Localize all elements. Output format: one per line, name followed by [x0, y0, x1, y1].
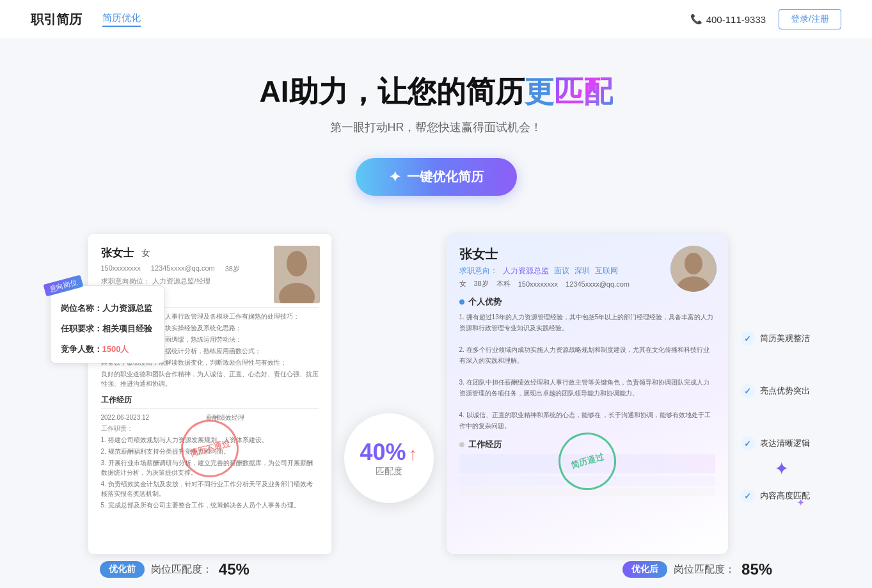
phone-number: 400-111-9333	[706, 14, 766, 25]
dot-icon-1	[459, 299, 464, 305]
section2-label: 工作经历	[468, 439, 502, 450]
nav-logo: 职引简历	[31, 11, 82, 28]
before-badge: 优化前	[100, 561, 145, 578]
job-tag-label: 意向岗位	[43, 275, 83, 297]
hero-title-highlight1: 更	[525, 75, 554, 108]
after-resume-wrapper: 张女士 求职意向： 人力资源总监 面议 深圳 互联网 女 38岁 本科 150x…	[447, 234, 728, 554]
after-section-title-1: 个人优势	[459, 296, 715, 308]
bottom-labels: 优化前 岗位匹配度： 45% 优化后 岗位匹配度： 85%	[0, 554, 872, 588]
section1-content: 1. 拥有超过13年的人力资源管理经验，其中包括5年以上的部门经理经验，具备丰富…	[459, 312, 715, 431]
cta-icon: ✦	[389, 169, 400, 186]
before-label-group: 优化前 岗位匹配度： 45%	[100, 560, 250, 578]
after-section-advantage: 个人优势 1. 拥有超过13年的人力资源管理经验，其中包括5年以上的部门经理经验…	[459, 296, 715, 431]
job-position-label: 岗位名称：	[61, 303, 102, 313]
after-edu: 本科	[496, 279, 511, 289]
match-circle: 40% ↑ 匹配度	[344, 413, 434, 503]
match-label: 匹配度	[376, 466, 402, 477]
after-resume-photo	[670, 246, 717, 292]
checks-panel: ✓ 简历美观整洁 ✓ 亮点优势突出 ✓ 表达清晰逻辑 ✓ 内容高度匹配	[728, 331, 810, 554]
compete-value: 1500人	[102, 344, 129, 354]
check-item-2: ✓ 亮点优势突出	[741, 384, 810, 398]
after-target-2: 面议	[554, 266, 569, 276]
job-compete-line: 竞争人数：1500人	[61, 344, 154, 355]
job-requirement-line: 任职要求：相关项目经验	[61, 323, 154, 335]
check-icon-3: ✓	[741, 436, 755, 450]
before-line6: 良好的职业道德和团队合作精神，为人诚信、正直、心态好、责任心强、抗压性强、推进沟…	[101, 369, 319, 388]
section1-label: 个人优势	[468, 296, 502, 308]
hero-title: AI助力，让您的简历更匹配	[0, 74, 872, 109]
svg-point-1	[287, 251, 307, 276]
before-phone: 150xxxxxxxx	[101, 264, 141, 274]
check-icon-2: ✓	[741, 384, 755, 398]
after-gender: 女	[459, 279, 466, 289]
sparkle-icon-1: ✦	[774, 458, 789, 479]
nav-menu-resume[interactable]: 简历优化	[102, 12, 141, 27]
before-name: 张女士	[101, 246, 134, 260]
hero-title-part1: AI助力，让您的简历	[260, 75, 525, 108]
before-work-section: 工作经历	[101, 395, 319, 409]
navbar: 职引简历 简历优化 📞 400-111-9333 登录/注册	[0, 0, 872, 38]
after-age: 38岁	[474, 279, 489, 289]
after-target-4: 互联网	[595, 266, 618, 276]
after-match-text: 岗位匹配度：	[674, 563, 735, 576]
before-work-line5: 5. 完成总部及所有公司主要整合工作，统筹解决各人员个人事务办理。	[101, 500, 319, 510]
after-match-value: 85%	[741, 560, 772, 578]
dot-icon-2	[459, 442, 464, 447]
after-target-label: 求职意向：	[459, 266, 498, 276]
before-age: 38岁	[225, 264, 240, 274]
hero-section: AI助力，让您的简历更匹配 第一眼打动HR，帮您快速赢得面试机会！ ✦ 一键优化…	[0, 38, 872, 221]
check-icon-1: ✓	[741, 331, 755, 346]
job-tag-bubble: 意向岗位 岗位名称：人力资源总监 任职要求：相关项目经验 竞争人数：1500人	[50, 285, 165, 363]
hero-subtitle: 第一眼打动HR，帮您快速赢得面试机会！	[0, 120, 872, 135]
check-item-1: ✓ 简历美观整洁	[741, 331, 810, 346]
login-button[interactable]: 登录/注册	[779, 9, 841, 29]
check-icon-4: ✓	[741, 489, 755, 503]
nav-left: 职引简历 简历优化	[31, 11, 141, 28]
job-req-value: 相关项目经验	[102, 324, 152, 333]
before-match-text: 岗位匹配度：	[151, 563, 212, 576]
check-label-3: 表达清晰逻辑	[760, 438, 810, 449]
before-resume-card: 张女士 女 150xxxxxxxx 12345xxxx@qq.com 38岁 求…	[88, 234, 331, 554]
match-increase-wrapper: 40% ↑ 匹配度	[331, 413, 447, 554]
after-email: 12345xxxx@qq.com	[566, 280, 630, 288]
phone-icon: 📞	[690, 13, 702, 25]
svg-point-4	[685, 253, 702, 274]
hero-title-highlight2: 匹配	[554, 75, 613, 108]
after-badge: 优化后	[622, 561, 667, 578]
compare-section: 意向岗位 岗位名称：人力资源总监 任职要求：相关项目经验 竞争人数：1500人	[0, 221, 872, 554]
nav-phone: 📞 400-111-9333	[690, 13, 766, 25]
before-email: 12345xxxx@qq.com	[151, 264, 215, 274]
after-target-3: 深圳	[575, 266, 590, 276]
before-work-line4: 4. 负责绩效奖金计划及发放，针对不同行业工作分析天平及业务部门绩效考核落实报名…	[101, 479, 319, 498]
sparkle-icon-2: ✦	[797, 497, 805, 509]
after-phone: 150xxxxxxxx	[518, 280, 558, 288]
arrow-up-icon: ↑	[409, 444, 418, 465]
before-match-value: 45%	[219, 560, 250, 578]
before-resume-photo	[274, 246, 320, 303]
compete-label: 竞争人数：	[61, 344, 102, 354]
after-target-1: 人力资源总监	[503, 266, 549, 276]
job-req-label: 任职要求：	[61, 324, 102, 333]
nav-right: 📞 400-111-9333 登录/注册	[690, 9, 841, 29]
check-item-3: ✓ 表达清晰逻辑	[741, 436, 810, 450]
after-label-group: 优化后 岗位匹配度： 85%	[622, 560, 772, 578]
job-position-line: 岗位名称：人力资源总监	[61, 303, 154, 314]
cta-label: 一键优化简历	[407, 168, 484, 186]
check-label-2: 亮点优势突出	[760, 385, 810, 397]
before-resume-wrapper: 意向岗位 岗位名称：人力资源总监 任职要求：相关项目经验 竞争人数：1500人	[63, 234, 331, 554]
match-percent: 40%	[360, 439, 406, 466]
check-label-1: 简历美观整洁	[760, 333, 810, 344]
job-position-value: 人力资源总监	[102, 303, 152, 313]
after-resume-card: 张女士 求职意向： 人力资源总监 面议 深圳 互联网 女 38岁 本科 150x…	[447, 234, 728, 554]
optimize-resume-button[interactable]: ✦ 一键优化简历	[356, 158, 517, 196]
before-gender: 女	[141, 248, 150, 259]
